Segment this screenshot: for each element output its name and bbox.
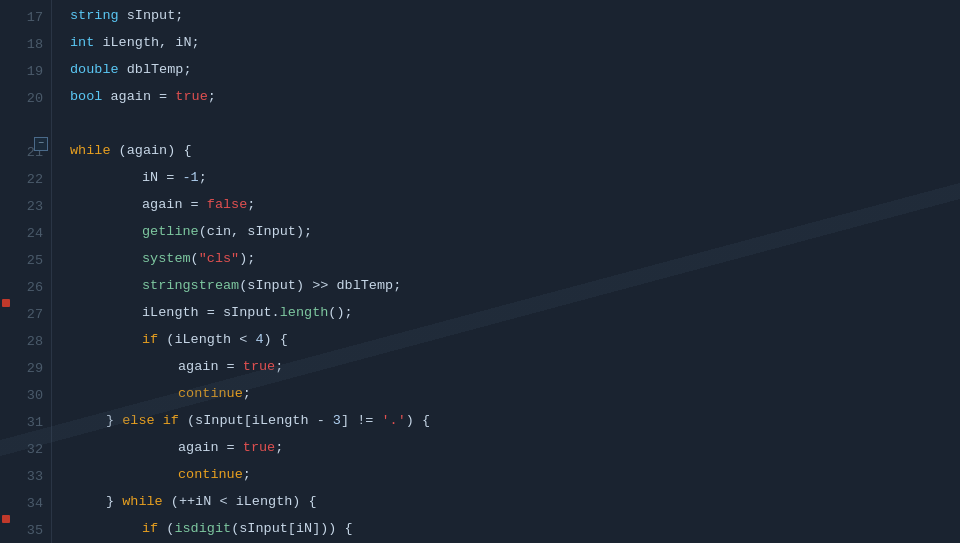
gutter-marker-2 — [2, 515, 10, 523]
code-line-26: stringstream(sInput) >> dblTemp; — [70, 272, 960, 299]
code-content: string sInput; int iLength, iN; double d… — [52, 0, 960, 543]
line-number-list: 17 18 19 20 21 22 23 24 25 26 27 28 29 3… — [0, 2, 43, 543]
code-line-23: again = false; — [70, 191, 960, 218]
code-line-32: again = true; — [70, 434, 960, 461]
code-line-21: while (again) { — [70, 137, 960, 164]
line-numbers: − 17 18 19 20 21 22 23 24 25 26 27 28 29… — [0, 0, 52, 543]
code-line-18: int iLength, iN; — [70, 29, 960, 56]
code-line-22: iN = -1; — [70, 164, 960, 191]
fold-marker[interactable]: − — [34, 137, 48, 151]
code-line-25: system("cls"); — [70, 245, 960, 272]
code-line-17: string sInput; — [70, 2, 960, 29]
code-editor: − 17 18 19 20 21 22 23 24 25 26 27 28 29… — [0, 0, 960, 543]
code-line-30: continue; — [70, 380, 960, 407]
code-line-19: double dblTemp; — [70, 56, 960, 83]
code-line-24: getline(cin, sInput); — [70, 218, 960, 245]
code-line-28: if (iLength < 4) { — [70, 326, 960, 353]
code-line-35: if (isdigit(sInput[iN])) { — [70, 515, 960, 542]
code-line-29: again = true; — [70, 353, 960, 380]
code-line-33: continue; — [70, 461, 960, 488]
code-line-34: } while (++iN < iLength) { — [70, 488, 960, 515]
code-line-20: bool again = true; — [70, 83, 960, 110]
code-line-blank — [70, 110, 960, 137]
code-line-31: } else if (sInput[iLength - 3] != '.') { — [70, 407, 960, 434]
gutter-marker-1 — [2, 299, 10, 307]
code-line-27: iLength = sInput.length(); — [70, 299, 960, 326]
